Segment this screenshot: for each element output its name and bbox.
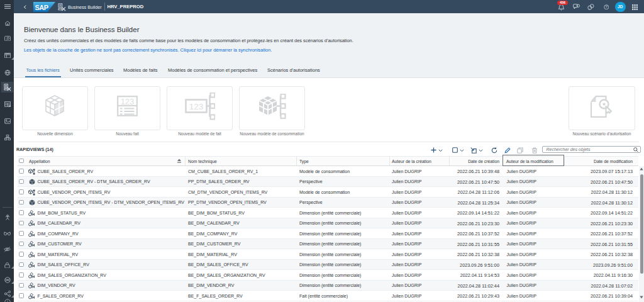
- svg-text:123: 123: [189, 102, 204, 111]
- svg-text:SAP: SAP: [35, 3, 48, 11]
- svg-text:?: ?: [605, 5, 608, 9]
- svg-text:123: 123: [121, 97, 135, 106]
